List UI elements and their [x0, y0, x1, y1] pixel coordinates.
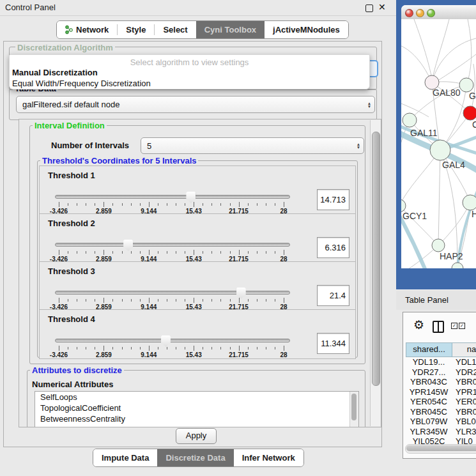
column-header[interactable]: na: [452, 343, 476, 357]
threshold-value-field[interactable]: 21.4: [317, 285, 349, 306]
algorithm-dropdown: Select algorithm to view settings Manual…: [9, 54, 370, 89]
mac-minimize-button[interactable]: [416, 9, 424, 17]
bottom-tabbar: Impute DataDiscretize DataInfer Network: [93, 449, 304, 467]
network-node-gal11[interactable]: [403, 113, 417, 127]
threshold-value-field[interactable]: 14.713: [317, 189, 349, 210]
settings-scrollbar[interactable]: [370, 120, 380, 426]
control-panel-titlebar: Control Panel ✕: [0, 0, 396, 16]
control-panel-window: Control Panel ✕ NetworkStyleSelectCyni T…: [0, 0, 396, 476]
table-panel-header: Table Panel: [396, 289, 476, 310]
node-label: H: [472, 209, 476, 219]
table-row[interactable]: YPR145WYPR1: [406, 387, 476, 397]
tab-network[interactable]: Network: [57, 21, 117, 38]
slider-track[interactable]: [55, 291, 290, 295]
dropdown-option[interactable]: Equal Width/Frequency Discretization: [10, 78, 369, 89]
table-cell: YLR3: [452, 427, 476, 437]
slider-track[interactable]: [55, 339, 290, 342]
threshold-panel: Threshold 1-3.4262.8599.14415.4321.71528…: [39, 165, 356, 215]
threshold-label: Threshold 4: [48, 314, 95, 324]
tab-label: Network: [76, 25, 109, 35]
tab-infer-network[interactable]: Infer Network: [234, 449, 303, 466]
table-cell: YBR0: [452, 377, 476, 387]
node-label: GAL11: [410, 128, 438, 138]
attributes-scrollbar-thumb[interactable]: [351, 394, 357, 420]
attribute-list-item[interactable]: BetweennessCentrality: [35, 413, 358, 424]
mac-close-button[interactable]: [405, 9, 413, 17]
split-panel-icon[interactable]: [433, 321, 444, 333]
network-window-titlebar[interactable]: [401, 5, 476, 20]
table-header-row: shared...na: [406, 342, 476, 357]
table-cell: YPR1: [452, 387, 476, 397]
tab-select[interactable]: Select: [155, 21, 196, 38]
num-intervals-label: Number of Intervals: [51, 141, 129, 150]
numerical-attributes-label: Numerical Attributes: [32, 380, 113, 389]
tab-label: Cyni Toolbox: [204, 25, 256, 35]
threshold-label: Threshold 2: [48, 219, 95, 228]
network-node-gal4[interactable]: [430, 140, 450, 160]
spinner-icon: ▲▼: [364, 102, 374, 108]
slider-tick-labels: -3.4262.8599.14415.4321.71528: [59, 351, 284, 359]
tab-discretize-data[interactable]: Discretize Data: [157, 449, 233, 466]
threshold-label: Threshold 3: [48, 266, 95, 276]
network-node[interactable]: [452, 263, 463, 268]
float-window-icon[interactable]: [365, 4, 373, 12]
dropdown-placeholder: Select algorithm to view settings: [10, 55, 369, 67]
table-cell: YDR27...: [406, 367, 452, 378]
network-node-g[interactable]: [459, 78, 473, 92]
table-row[interactable]: YDL19...YDL1: [406, 357, 476, 367]
table-cell: YER0: [452, 397, 476, 407]
apply-button[interactable]: Apply: [176, 428, 217, 444]
tab-jactivemnodules[interactable]: jActiveMNodules: [265, 21, 348, 38]
numerical-attributes-list: SelfLoopsTopologicalCoefficientBetweenne…: [35, 391, 359, 427]
slider-track[interactable]: [55, 243, 290, 247]
table-data-select[interactable]: galFiltered.sif default node ▲▼: [16, 96, 375, 113]
tick-label: 28: [280, 351, 287, 358]
tab-label: jActiveMNodules: [273, 25, 340, 35]
table-cell: YDR2: [452, 367, 476, 378]
threshold-slider: -3.4262.8599.14415.4321.71528: [55, 335, 290, 357]
threshold-value-field[interactable]: 6.316: [317, 237, 349, 258]
column-header[interactable]: shared...: [406, 343, 452, 357]
dropdown-option[interactable]: Manual Discretization: [10, 67, 369, 78]
network-node-h[interactable]: [463, 195, 476, 210]
network-node-hap2[interactable]: [432, 239, 445, 252]
attributes-scrollbar[interactable]: [349, 392, 358, 427]
network-node-c[interactable]: [463, 106, 476, 120]
table-hscrollbar-thumb[interactable]: [406, 445, 476, 451]
table-cell: YDL1: [452, 357, 476, 367]
table-row[interactable]: YBR045CYBR0: [406, 407, 476, 417]
checkboxes-icon[interactable]: ✓✓: [451, 323, 465, 329]
table-row[interactable]: YDR27...YDR2: [406, 367, 476, 378]
table-cell: YLR345W: [406, 427, 452, 437]
table-panel: ⚙ ✓✓ shared...na YDL19...YDL1YDR27...YDR…: [403, 312, 476, 459]
network-view-window: GAL80GCGAL11GAL4GCY1HHAP2: [396, 0, 476, 289]
threshold-slider: -3.4262.8599.14415.4321.71528: [55, 240, 290, 261]
table-row[interactable]: YBL079WYBL0: [406, 417, 476, 427]
top-tabbar: NetworkStyleSelectCyni ToolboxjActiveMNo…: [56, 20, 349, 39]
node-attribute-table: shared...na YDL19...YDL1YDR27...YDR2YBR0…: [406, 342, 476, 447]
mac-zoom-button[interactable]: [427, 9, 435, 17]
gear-icon[interactable]: ⚙: [413, 318, 424, 332]
attribute-list-item[interactable]: SelfLoops: [35, 392, 358, 403]
num-intervals-value: 5: [141, 141, 353, 151]
settings-scrollbar-thumb[interactable]: [372, 132, 380, 386]
table-row[interactable]: YBR043CYBR0: [406, 377, 476, 387]
network-node-gcy1[interactable]: [401, 199, 406, 212]
tab-style[interactable]: Style: [118, 21, 154, 38]
cyni-toolbox-panel: Discretization Algorithm Select algorith…: [3, 41, 382, 447]
node-label: GAL80: [433, 88, 461, 98]
table-row[interactable]: YER054CYER0: [406, 397, 476, 407]
table-hscrollbar[interactable]: [405, 444, 476, 454]
table-row[interactable]: YLR345WYLR3: [406, 427, 476, 437]
table-data-value: galFiltered.sif default node: [17, 100, 364, 109]
close-icon[interactable]: ✕: [378, 2, 386, 12]
threshold-value-field[interactable]: 11.344: [317, 333, 349, 354]
tick-label: 2.859: [96, 351, 112, 358]
tab-cyni-toolbox[interactable]: Cyni Toolbox: [196, 21, 265, 38]
node-label: C: [472, 119, 476, 130]
num-intervals-select[interactable]: 5 ▲▼: [141, 137, 364, 154]
attribute-list-item[interactable]: TopologicalCoefficient: [35, 403, 358, 413]
network-canvas[interactable]: GAL80GCGAL11GAL4GCY1HHAP2: [401, 19, 476, 268]
slider-track[interactable]: [55, 195, 290, 199]
tab-impute-data[interactable]: Impute Data: [93, 449, 157, 466]
